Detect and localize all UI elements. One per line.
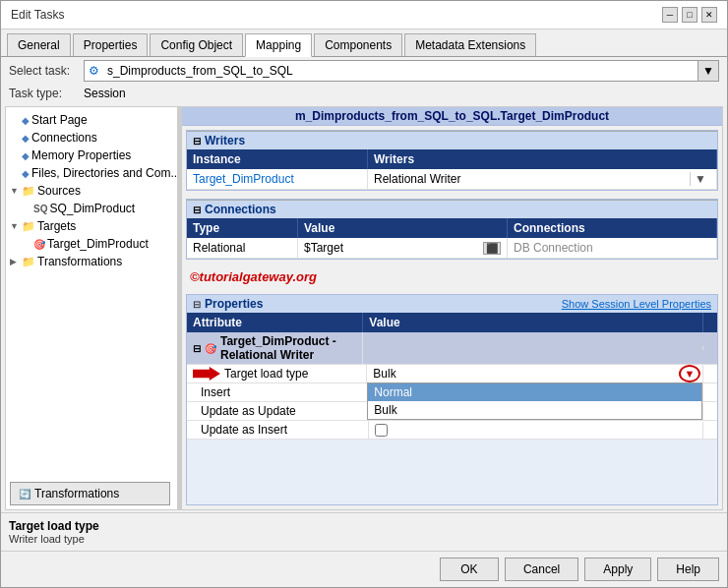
tree-item-start-page[interactable]: ◆ Start Page bbox=[6, 111, 177, 129]
writers-col-instance: Instance bbox=[187, 149, 368, 169]
files-icon: ◆ bbox=[22, 168, 30, 179]
connections-col-value: Value bbox=[298, 218, 508, 238]
sources-expand-icon: ▼ bbox=[10, 186, 20, 196]
connections-col-connections: Connections bbox=[508, 218, 717, 238]
sources-folder-icon: 📁 bbox=[22, 185, 35, 198]
transformations-panel-btn[interactable]: 🔄Transformations bbox=[10, 482, 170, 505]
cancel-button[interactable]: Cancel bbox=[505, 558, 578, 581]
tab-general[interactable]: General bbox=[7, 33, 71, 56]
ok-button[interactable]: OK bbox=[440, 558, 499, 581]
properties-section: ⊟ Properties Show Session Level Properti… bbox=[186, 294, 718, 505]
connections-label: Connections bbox=[31, 131, 97, 145]
properties-header: ⊟ Properties Show Session Level Properti… bbox=[187, 295, 717, 313]
targets-folder-icon: 📁 bbox=[22, 220, 35, 233]
prop-val-update-as-insert bbox=[369, 422, 703, 439]
dropdown-option-bulk[interactable]: Bulk bbox=[368, 401, 701, 419]
connections-val-text: $Target bbox=[304, 241, 483, 255]
connections-title: Connections bbox=[205, 203, 276, 216]
bottom-info: Target load type Writer load type bbox=[1, 512, 727, 551]
show-session-link[interactable]: Show Session Level Properties bbox=[562, 298, 711, 310]
select-task-label: Select task: bbox=[9, 64, 78, 78]
writers-dropdown-arrow[interactable]: ▼ bbox=[690, 172, 710, 186]
start-page-icon: ◆ bbox=[22, 115, 30, 126]
task-type-label: Task type: bbox=[9, 87, 78, 100]
window-controls: ─ □ ✕ bbox=[662, 7, 717, 23]
prop-row-update-as-insert: Update as Insert bbox=[187, 421, 717, 440]
properties-collapse-icon[interactable]: ⊟ bbox=[193, 299, 201, 310]
tree-item-sq-dimproduct[interactable]: SQ SQ_DimProduct bbox=[6, 200, 177, 217]
tree-item-targets-folder[interactable]: ▼ 📁 Targets bbox=[6, 217, 177, 235]
arrow-indicator bbox=[193, 367, 220, 381]
select-task-input[interactable] bbox=[103, 61, 698, 81]
select-task-row: Select task: ⚙ ▼ bbox=[1, 57, 727, 85]
tree-item-connections[interactable]: ◆ Connections bbox=[6, 129, 177, 147]
properties-title: Properties bbox=[205, 297, 263, 311]
tab-components[interactable]: Components bbox=[314, 33, 402, 56]
target-load-dropdown-btn[interactable]: ▼ bbox=[679, 365, 700, 382]
tree-item-files[interactable]: ◆ Files, Directories and Com... bbox=[6, 164, 177, 182]
maximize-button[interactable]: □ bbox=[682, 7, 698, 23]
prop-val-target-load: Bulk ▼ Normal Bulk bbox=[367, 365, 703, 382]
close-button[interactable]: ✕ bbox=[701, 7, 717, 23]
tab-metadata-extensions[interactable]: Metadata Extensions bbox=[404, 33, 536, 56]
minimize-button[interactable]: ─ bbox=[662, 7, 678, 23]
writers-collapse-icon[interactable]: ⊟ bbox=[193, 136, 201, 147]
update-as-insert-checkbox[interactable] bbox=[375, 424, 388, 437]
transformations-btn-icon: 🔄 bbox=[19, 489, 30, 500]
tree-item-sources-folder[interactable]: ▼ 📁 Sources bbox=[6, 182, 177, 200]
prop-attr-update-as-update: Update as Update bbox=[187, 402, 369, 420]
writers-header: ⊟ Writers bbox=[187, 131, 717, 149]
connections-collapse-icon[interactable]: ⊟ bbox=[193, 205, 201, 215]
title-bar: Edit Tasks ─ □ ✕ bbox=[1, 1, 727, 29]
connections-section: ⊟ Connections Type Value Connections Rel… bbox=[186, 199, 718, 260]
target-load-dropdown-list: Normal Bulk bbox=[367, 382, 702, 420]
mapping-title: m_Dimproducts_from_SQL_to_SQL.Target_Dim… bbox=[182, 107, 722, 126]
connections-type: Relational bbox=[187, 238, 298, 258]
writers-value: Relational Writer ▼ bbox=[368, 169, 717, 189]
dropdown-option-normal[interactable]: Normal bbox=[368, 383, 701, 401]
bottom-info-title: Target load type bbox=[9, 519, 719, 533]
writers-table-header: Instance Writers bbox=[187, 149, 717, 169]
sources-label: Sources bbox=[37, 184, 81, 198]
tab-config-object[interactable]: Config Object bbox=[150, 33, 243, 56]
target-load-dropdown-wrapper: Bulk ▼ bbox=[367, 365, 702, 382]
transformations-label: Transformations bbox=[37, 255, 122, 268]
files-label: Files, Directories and Com... bbox=[31, 166, 178, 180]
tree-item-target-dimproduct[interactable]: 🎯 Target_DimProduct bbox=[6, 235, 177, 253]
memory-icon: ◆ bbox=[22, 150, 30, 161]
prop-group-val bbox=[363, 346, 703, 350]
connections-icon: ◆ bbox=[22, 133, 30, 144]
connections-conn[interactable]: DB Connection bbox=[508, 238, 717, 258]
apply-button[interactable]: Apply bbox=[584, 558, 651, 581]
target-dimproduct-label: Target_DimProduct bbox=[47, 237, 149, 251]
writers-instance: Target_DimProduct bbox=[187, 169, 368, 189]
target-load-value: Bulk bbox=[367, 365, 679, 382]
start-page-label: Start Page bbox=[31, 113, 88, 127]
tab-mapping[interactable]: Mapping bbox=[245, 33, 312, 57]
tab-properties[interactable]: Properties bbox=[73, 33, 149, 56]
connections-row-0: Relational $Target ⬛ DB Connection bbox=[187, 238, 717, 259]
bottom-info-desc: Writer load type bbox=[9, 533, 719, 545]
select-task-dropdown-arrow[interactable]: ▼ bbox=[698, 61, 718, 81]
properties-table-header: Attribute Value bbox=[187, 313, 717, 332]
transformations-expand-icon: ▶ bbox=[10, 257, 20, 266]
writers-section: ⊟ Writers Instance Writers Target_DimPro… bbox=[186, 130, 718, 191]
watermark: ©tutorialgateway.org bbox=[182, 264, 722, 290]
memory-label: Memory Properties bbox=[31, 148, 131, 162]
right-panel: m_Dimproducts_from_SQL_to_SQL.Target_Dim… bbox=[182, 107, 722, 509]
prop-attr-target-load: Target load type bbox=[187, 365, 367, 382]
connections-conn-label: DB Connection bbox=[514, 241, 593, 255]
prop-group-target: ⊟ 🎯 Target_DimProduct - Relational Write… bbox=[187, 332, 717, 365]
tree-item-memory[interactable]: ◆ Memory Properties bbox=[6, 147, 177, 164]
writers-title: Writers bbox=[205, 134, 245, 147]
writers-col-writers: Writers bbox=[368, 149, 717, 169]
writers-instance-link[interactable]: Target_DimProduct bbox=[193, 172, 294, 186]
tree-item-transformations-folder[interactable]: ▶ 📁 Transformations bbox=[6, 253, 177, 270]
connections-value: $Target ⬛ bbox=[298, 238, 508, 258]
prop-group-attr: ⊟ 🎯 Target_DimProduct - Relational Write… bbox=[187, 332, 363, 364]
prop-group-expand[interactable]: ⊟ bbox=[193, 343, 201, 354]
help-button[interactable]: Help bbox=[657, 558, 719, 581]
transformations-folder-icon: 📁 bbox=[22, 256, 35, 268]
connections-val-icon[interactable]: ⬛ bbox=[483, 242, 501, 255]
connections-table-header: Type Value Connections bbox=[187, 218, 717, 238]
